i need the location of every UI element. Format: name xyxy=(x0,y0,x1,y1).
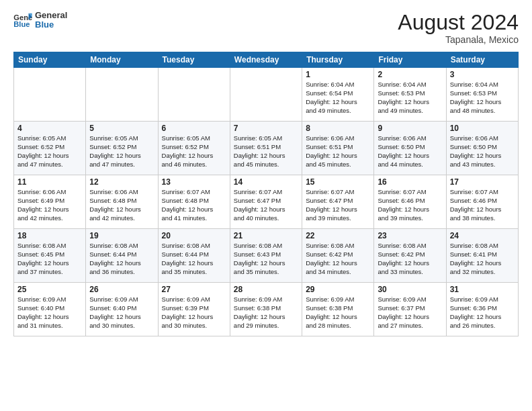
header-thursday: Thursday xyxy=(302,52,374,68)
day-number: 19 xyxy=(89,231,154,240)
day-info: Sunrise: 6:09 AM Sunset: 6:39 PM Dayligh… xyxy=(162,295,226,330)
day-info: Sunrise: 6:09 AM Sunset: 6:36 PM Dayligh… xyxy=(450,295,515,330)
svg-text:Blue: Blue xyxy=(13,21,30,29)
day-info: Sunrise: 6:08 AM Sunset: 6:41 PM Dayligh… xyxy=(450,242,515,276)
day-number: 4 xyxy=(17,124,82,133)
calendar-cell: 23Sunrise: 6:08 AM Sunset: 6:42 PM Dayli… xyxy=(374,229,446,283)
day-number: 24 xyxy=(450,231,515,240)
calendar-cell: 24Sunrise: 6:08 AM Sunset: 6:41 PM Dayli… xyxy=(446,229,518,283)
day-number: 7 xyxy=(234,124,298,133)
day-number: 27 xyxy=(162,285,226,294)
header-monday: Monday xyxy=(86,52,158,68)
title-block: August 2024 Tapanala, Mexico xyxy=(398,11,519,45)
calendar-cell: 29Sunrise: 6:09 AM Sunset: 6:38 PM Dayli… xyxy=(302,283,374,336)
logo: General Blue General Blue xyxy=(13,11,67,30)
day-number: 15 xyxy=(306,177,370,187)
calendar-cell: 27Sunrise: 6:09 AM Sunset: 6:39 PM Dayli… xyxy=(158,283,230,336)
day-info: Sunrise: 6:08 AM Sunset: 6:42 PM Dayligh… xyxy=(306,242,370,276)
day-number: 21 xyxy=(234,231,298,240)
calendar-cell xyxy=(14,68,86,122)
day-info: Sunrise: 6:07 AM Sunset: 6:46 PM Dayligh… xyxy=(450,188,515,222)
calendar-cell: 25Sunrise: 6:09 AM Sunset: 6:40 PM Dayli… xyxy=(14,283,86,336)
calendar-cell xyxy=(230,68,302,122)
calendar-cell: 15Sunrise: 6:07 AM Sunset: 6:47 PM Dayli… xyxy=(302,175,374,229)
day-number: 16 xyxy=(378,177,442,187)
calendar-cell: 31Sunrise: 6:09 AM Sunset: 6:36 PM Dayli… xyxy=(446,283,518,336)
calendar-cell: 17Sunrise: 6:07 AM Sunset: 6:46 PM Dayli… xyxy=(446,175,518,229)
calendar-cell: 8Sunrise: 6:06 AM Sunset: 6:51 PM Daylig… xyxy=(302,122,374,175)
day-number: 20 xyxy=(162,231,226,240)
calendar-cell: 3Sunrise: 6:04 AM Sunset: 6:53 PM Daylig… xyxy=(446,68,518,122)
day-number: 10 xyxy=(450,124,515,133)
day-info: Sunrise: 6:08 AM Sunset: 6:43 PM Dayligh… xyxy=(234,242,298,276)
day-info: Sunrise: 6:05 AM Sunset: 6:52 PM Dayligh… xyxy=(162,134,226,169)
day-info: Sunrise: 6:07 AM Sunset: 6:48 PM Dayligh… xyxy=(162,188,226,222)
day-number: 17 xyxy=(450,177,515,187)
calendar-cell: 13Sunrise: 6:07 AM Sunset: 6:48 PM Dayli… xyxy=(158,175,230,229)
calendar-cell: 12Sunrise: 6:06 AM Sunset: 6:48 PM Dayli… xyxy=(86,175,158,229)
day-info: Sunrise: 6:04 AM Sunset: 6:54 PM Dayligh… xyxy=(306,81,370,115)
day-info: Sunrise: 6:09 AM Sunset: 6:37 PM Dayligh… xyxy=(378,295,442,330)
day-info: Sunrise: 6:08 AM Sunset: 6:44 PM Dayligh… xyxy=(162,242,226,276)
day-info: Sunrise: 6:04 AM Sunset: 6:53 PM Dayligh… xyxy=(450,81,515,115)
header-tuesday: Tuesday xyxy=(158,52,230,68)
page: General Blue General Blue August 2024 Ta… xyxy=(0,0,532,411)
day-info: Sunrise: 6:08 AM Sunset: 6:45 PM Dayligh… xyxy=(17,242,82,276)
calendar-cell: 28Sunrise: 6:09 AM Sunset: 6:38 PM Dayli… xyxy=(230,283,302,336)
day-number: 18 xyxy=(17,231,82,240)
calendar-cell: 5Sunrise: 6:05 AM Sunset: 6:52 PM Daylig… xyxy=(86,122,158,175)
day-info: Sunrise: 6:05 AM Sunset: 6:52 PM Dayligh… xyxy=(17,134,82,169)
day-number: 1 xyxy=(306,70,370,79)
day-number: 2 xyxy=(378,70,442,79)
day-info: Sunrise: 6:06 AM Sunset: 6:49 PM Dayligh… xyxy=(17,188,82,222)
day-number: 9 xyxy=(378,124,442,133)
day-info: Sunrise: 6:07 AM Sunset: 6:47 PM Dayligh… xyxy=(234,188,298,222)
day-number: 25 xyxy=(17,285,82,294)
week-row-1: 1Sunrise: 6:04 AM Sunset: 6:54 PM Daylig… xyxy=(14,68,519,122)
day-info: Sunrise: 6:09 AM Sunset: 6:40 PM Dayligh… xyxy=(89,295,154,330)
calendar-cell: 4Sunrise: 6:05 AM Sunset: 6:52 PM Daylig… xyxy=(14,122,86,175)
header-friday: Friday xyxy=(374,52,446,68)
day-info: Sunrise: 6:09 AM Sunset: 6:38 PM Dayligh… xyxy=(306,295,370,330)
day-info: Sunrise: 6:08 AM Sunset: 6:44 PM Dayligh… xyxy=(89,242,154,276)
day-number: 12 xyxy=(89,177,154,187)
calendar-header-row: SundayMondayTuesdayWednesdayThursdayFrid… xyxy=(14,52,519,68)
calendar-cell: 26Sunrise: 6:09 AM Sunset: 6:40 PM Dayli… xyxy=(86,283,158,336)
calendar-cell: 20Sunrise: 6:08 AM Sunset: 6:44 PM Dayli… xyxy=(158,229,230,283)
day-info: Sunrise: 6:07 AM Sunset: 6:47 PM Dayligh… xyxy=(306,188,370,222)
day-number: 30 xyxy=(378,285,442,294)
calendar-cell: 9Sunrise: 6:06 AM Sunset: 6:50 PM Daylig… xyxy=(374,122,446,175)
calendar-cell: 10Sunrise: 6:06 AM Sunset: 6:50 PM Dayli… xyxy=(446,122,518,175)
day-number: 29 xyxy=(306,285,370,294)
week-row-3: 11Sunrise: 6:06 AM Sunset: 6:49 PM Dayli… xyxy=(14,175,519,229)
day-info: Sunrise: 6:09 AM Sunset: 6:40 PM Dayligh… xyxy=(17,295,82,330)
calendar-cell: 1Sunrise: 6:04 AM Sunset: 6:54 PM Daylig… xyxy=(302,68,374,122)
day-number: 14 xyxy=(234,177,298,187)
day-number: 6 xyxy=(162,124,226,133)
calendar-cell: 21Sunrise: 6:08 AM Sunset: 6:43 PM Dayli… xyxy=(230,229,302,283)
day-info: Sunrise: 6:08 AM Sunset: 6:42 PM Dayligh… xyxy=(378,242,442,276)
day-number: 5 xyxy=(89,124,154,133)
logo-icon: General Blue xyxy=(13,12,32,28)
logo-general: General xyxy=(35,11,67,20)
header-wednesday: Wednesday xyxy=(230,52,302,68)
day-info: Sunrise: 6:06 AM Sunset: 6:50 PM Dayligh… xyxy=(378,134,442,169)
calendar-cell: 19Sunrise: 6:08 AM Sunset: 6:44 PM Dayli… xyxy=(86,229,158,283)
day-info: Sunrise: 6:05 AM Sunset: 6:52 PM Dayligh… xyxy=(89,134,154,169)
day-number: 3 xyxy=(450,70,515,79)
header-saturday: Saturday xyxy=(446,52,518,68)
day-number: 23 xyxy=(378,231,442,240)
calendar-cell: 7Sunrise: 6:05 AM Sunset: 6:51 PM Daylig… xyxy=(230,122,302,175)
day-info: Sunrise: 6:06 AM Sunset: 6:48 PM Dayligh… xyxy=(89,188,154,222)
day-number: 11 xyxy=(17,177,82,187)
day-info: Sunrise: 6:06 AM Sunset: 6:51 PM Dayligh… xyxy=(306,134,370,169)
calendar-cell: 18Sunrise: 6:08 AM Sunset: 6:45 PM Dayli… xyxy=(14,229,86,283)
calendar-cell: 16Sunrise: 6:07 AM Sunset: 6:46 PM Dayli… xyxy=(374,175,446,229)
day-number: 8 xyxy=(306,124,370,133)
day-number: 31 xyxy=(450,285,515,294)
month-year-title: August 2024 xyxy=(398,11,519,34)
calendar-cell xyxy=(158,68,230,122)
week-row-4: 18Sunrise: 6:08 AM Sunset: 6:45 PM Dayli… xyxy=(14,229,519,283)
calendar-cell xyxy=(86,68,158,122)
day-info: Sunrise: 6:04 AM Sunset: 6:53 PM Dayligh… xyxy=(378,81,442,115)
